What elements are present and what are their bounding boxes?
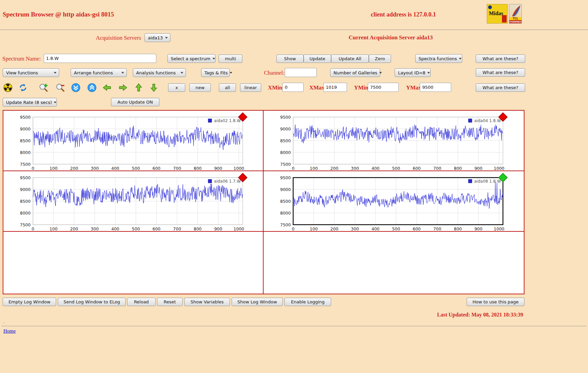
refresh-icon[interactable] [18,83,28,92]
svg-text:700: 700 [173,166,181,171]
auto-update-button[interactable]: Auto Update ON [111,98,159,106]
empty-log-window-button[interactable]: Empty Log Window [3,298,56,306]
view-functions-select[interactable]: View functions [3,68,59,77]
xmin-input[interactable] [282,83,304,92]
update-all-button[interactable]: Update All [331,54,369,63]
svg-text:200: 200 [70,226,78,231]
reset-button[interactable]: Reset [157,298,183,306]
svg-text:100: 100 [49,166,57,171]
show-log-window-button[interactable]: Show Log Window [232,298,283,306]
svg-text:9000: 9000 [280,126,291,132]
chevron-down-icon [165,37,168,40]
svg-text:300: 300 [351,226,359,231]
send-log-to-elog-button[interactable]: Send Log Window to ELog [58,298,126,306]
all-button[interactable]: all [219,83,236,92]
xmin-label: XMin [268,84,282,91]
channel-input[interactable] [285,68,317,77]
spectrum-chart-cell-aida04[interactable]: 0100200300400500600700800900100095009000… [264,111,524,171]
svg-text:400: 400 [111,226,119,231]
layout-id-select[interactable]: Layout ID=8 [395,68,431,77]
functions-row: View functions Arrange functions Analysi… [0,65,588,81]
zoom-in-icon[interactable] [39,83,48,92]
reload-button[interactable]: Reload [127,298,156,306]
what-are-these-button-3[interactable]: What are these? [476,83,525,92]
svg-text:8000: 8000 [280,150,291,155]
midas-logo[interactable]: Midas [487,4,508,24]
svg-text:aida08 1.8.W: aida08 1.8.W [474,179,501,184]
spectrum-name-input[interactable] [44,54,156,63]
controls-row: x new all linear XMin XMax YMin YMax Wha… [0,81,588,98]
svg-text:900: 900 [474,226,482,231]
pan-down-icon[interactable] [149,83,158,92]
svg-text:500: 500 [392,226,400,231]
zoom-out-icon[interactable] [56,83,65,92]
page-title: Spectrum Browser @ http aidas-gsi 8015 [3,11,114,18]
acquisition-server-select[interactable]: aida13 [145,33,170,42]
multi-button[interactable]: multi [219,54,242,63]
spectrum-chart-cell-aida06[interactable]: 0100200300400500600700800900100095009000… [3,171,264,232]
home-link[interactable]: Home [3,328,16,334]
x-button[interactable]: x [168,83,185,92]
svg-text:800: 800 [194,166,202,171]
client-address-text: client address is 127.0.0.1 [371,11,436,18]
svg-text:7500: 7500 [280,222,291,227]
empty-gallery-cell-1[interactable] [3,232,264,294]
pan-left-icon[interactable] [103,83,112,92]
what-are-these-button-1[interactable]: What are these? [476,54,525,63]
svg-text:8500: 8500 [280,138,291,143]
analysis-functions-value: Analysis functions [136,70,176,75]
svg-text:0: 0 [292,166,295,171]
pan-right-icon[interactable] [118,83,127,92]
spectrum-chart-cell-aida02[interactable]: 0100200300400500600700800900100095009000… [3,111,264,171]
svg-text:aida06 1.7.W: aida06 1.7.W [214,179,241,184]
number-of-galleries-select[interactable]: Number of Galleries [330,68,380,77]
scroll-down-icon[interactable] [71,83,80,92]
ymin-input[interactable] [368,83,399,92]
svg-text:500: 500 [132,166,140,171]
pan-up-icon[interactable] [134,83,143,92]
midas-logo-text: Midas [489,10,503,16]
enable-logging-button[interactable]: Enable Logging [284,298,331,306]
radiation-icon[interactable] [3,83,12,92]
what-are-these-button-2[interactable]: What are these? [476,68,525,77]
show-variables-button[interactable]: Show Variables [184,298,230,306]
svg-text:700: 700 [173,226,181,231]
chevron-down-icon [121,72,124,75]
view-functions-value: View functions [6,70,38,75]
svg-text:8500: 8500 [20,138,31,143]
last-updated-text: Last Updated: May 08, 2021 18:33:39 [437,312,523,318]
svg-text:0: 0 [32,226,34,231]
svg-text:600: 600 [152,166,160,171]
svg-text:9000: 9000 [20,126,31,132]
update-rate-select[interactable]: Update Rate (8 secs) [3,98,57,107]
linear-button[interactable]: linear [240,83,261,92]
tcl-feather-icon [509,4,522,18]
zero-button[interactable]: Zero [369,54,391,63]
scroll-up-icon[interactable] [87,83,96,92]
show-button[interactable]: Show [276,54,304,63]
chevron-down-icon [459,58,462,61]
number-of-galleries-value: Number of Galleries [334,70,377,75]
select-a-spectrum-select[interactable]: Select a spectrum [167,54,215,63]
empty-gallery-cell-2[interactable] [264,232,524,294]
spectra-functions-select[interactable]: Spectra functions [415,54,462,63]
new-button[interactable]: new [189,83,211,92]
svg-text:9500: 9500 [280,115,291,120]
spectrum-chart-cell-aida08[interactable]: 0100200300400500600700800900100095009000… [264,171,524,232]
svg-text:1000: 1000 [494,166,504,171]
spectra-functions-value: Spectra functions [419,56,457,61]
svg-text:900: 900 [214,226,222,231]
svg-text:400: 400 [371,166,380,171]
update-button[interactable]: Update [304,54,331,63]
arrange-functions-select[interactable]: Arrange functions [71,68,127,77]
svg-text:900: 900 [474,166,482,171]
how-to-use-button[interactable]: How to use this page [467,298,524,306]
chevron-down-icon [427,72,430,75]
acquisition-servers-label: Acquisition Servers [96,35,141,41]
tcl-logo[interactable]: TCL POWERED [509,4,522,24]
xmax-input[interactable] [323,83,347,92]
svg-text:7500: 7500 [20,222,31,227]
analysis-functions-select[interactable]: Analysis functions [133,68,186,77]
ymax-input[interactable] [420,83,451,92]
tags-fits-select[interactable]: Tags & Fits [201,68,230,77]
